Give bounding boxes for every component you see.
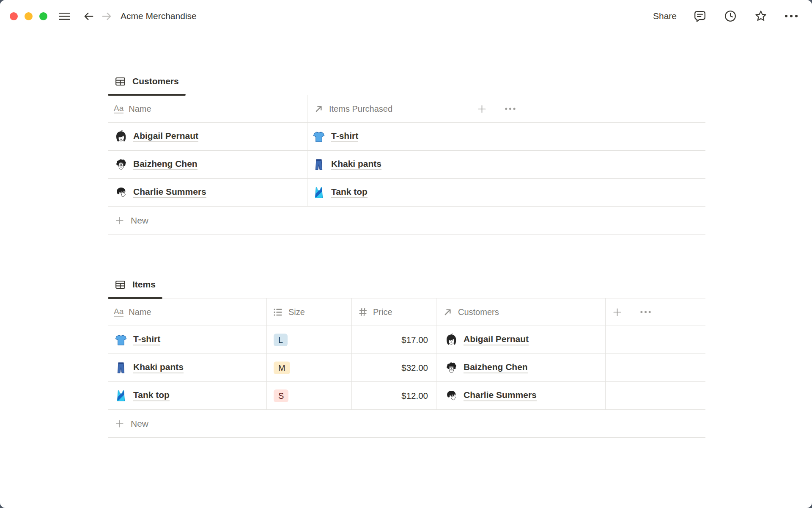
avatar-charlie [115, 186, 127, 199]
size-tag[interactable]: S [274, 389, 288, 402]
plus-icon [612, 307, 623, 318]
clock-icon [723, 9, 738, 23]
items-purchased-cell[interactable]: Tank top [307, 179, 470, 206]
new-row-button[interactable]: New [108, 207, 705, 235]
avatar-baizheng [445, 362, 458, 374]
table-view-icon [115, 279, 126, 290]
table-row: Baizheng Chen Khaki pants [108, 151, 705, 179]
items-database: Items Aa Name Size Price Customers [108, 271, 705, 438]
new-row-button[interactable]: New [108, 410, 705, 438]
dots-icon [639, 309, 652, 315]
item-name-cell[interactable]: T-shirt [108, 326, 267, 353]
customer-name-cell[interactable]: Baizheng Chen [108, 151, 307, 178]
plus-icon [115, 215, 125, 226]
comment-bubble-icon [693, 9, 707, 23]
more-options-button[interactable] [784, 14, 798, 19]
empty-cell [606, 382, 705, 409]
column-header-name[interactable]: Aa Name [108, 95, 307, 122]
customers-header-row: Aa Name Items Purchased [108, 95, 705, 123]
avatar-charlie [445, 389, 458, 402]
forward-button[interactable] [101, 10, 113, 22]
customers-relation-cell[interactable]: Charlie Summers [436, 382, 606, 409]
size-tag[interactable]: L [274, 334, 288, 346]
column-header-customers[interactable]: Customers [436, 298, 606, 326]
price-cell[interactable]: $32.00 [352, 354, 436, 381]
customers-view-tabs: Customers [108, 68, 705, 95]
empty-cell [470, 179, 705, 206]
column-header-price[interactable]: Price [352, 298, 436, 326]
customers-header-tools [470, 95, 705, 122]
back-button[interactable] [82, 10, 95, 22]
table-row: T-shirt L $17.00 Abigail Pernaut [108, 326, 705, 354]
tab-customers-view[interactable]: Customers [108, 68, 186, 95]
item-name-cell[interactable]: Khaki pants [108, 354, 267, 381]
page-link[interactable]: Baizheng Chen [133, 159, 198, 170]
customers-relation-cell[interactable]: Abigail Pernaut [436, 326, 606, 353]
add-property-button[interactable] [477, 104, 487, 114]
item-name-cell[interactable]: Tank top [108, 382, 267, 409]
relation-link[interactable]: Tank top [331, 187, 368, 198]
favorite-button[interactable] [754, 9, 768, 23]
relation-link[interactable]: Baizheng Chen [464, 362, 528, 373]
page-link[interactable]: Tank top [133, 390, 170, 401]
number-hash-icon [358, 307, 368, 317]
page-link[interactable]: Charlie Summers [133, 187, 206, 198]
minimize-window-button[interactable] [25, 12, 33, 20]
breadcrumb-page-title[interactable]: Acme Merchandise [121, 11, 197, 21]
updates-button[interactable] [723, 9, 738, 23]
table-options-button[interactable] [639, 309, 652, 315]
column-header-items-purchased[interactable]: Items Purchased [307, 95, 470, 122]
size-cell[interactable]: M [267, 354, 352, 381]
page-link[interactable]: Khaki pants [133, 362, 184, 373]
tank-top-icon [313, 186, 325, 199]
customer-name-cell[interactable]: Charlie Summers [108, 179, 307, 206]
app-window: Acme Merchandise Share Customers [0, 0, 812, 508]
share-button[interactable]: Share [653, 11, 677, 21]
size-tag[interactable]: M [274, 362, 290, 374]
column-header-name[interactable]: Aa Name [108, 298, 267, 326]
column-header-size[interactable]: Size [267, 298, 352, 326]
tab-label: Customers [132, 76, 179, 86]
avatar-abigail [115, 130, 127, 143]
table-row: Abigail Pernaut T-shirt [108, 123, 705, 151]
close-window-button[interactable] [10, 12, 18, 20]
window-controls [10, 12, 47, 20]
titlebar-actions: Share [653, 9, 798, 23]
tshirt-icon [313, 130, 325, 143]
comments-button[interactable] [693, 9, 707, 23]
relation-link[interactable]: T-shirt [331, 131, 358, 142]
plus-icon [477, 104, 487, 114]
tab-items-view[interactable]: Items [108, 271, 162, 298]
plus-icon [115, 419, 125, 429]
fullscreen-window-button[interactable] [39, 12, 47, 20]
star-icon [754, 9, 768, 23]
title-property-icon: Aa [114, 104, 123, 114]
price-cell[interactable]: $12.00 [352, 382, 436, 409]
items-purchased-cell[interactable]: Khaki pants [307, 151, 470, 178]
table-row: Tank top S $12.00 Charlie Summers [108, 382, 705, 410]
page-link[interactable]: Abigail Pernaut [133, 131, 198, 142]
relation-link[interactable]: Abigail Pernaut [464, 334, 529, 345]
table-row: Khaki pants M $32.00 Baizheng Chen [108, 354, 705, 382]
forward-arrow-icon [101, 10, 113, 22]
add-property-button[interactable] [612, 307, 623, 318]
hamburger-icon [58, 9, 71, 23]
avatar-baizheng [115, 158, 127, 171]
sidebar-toggle-button[interactable] [58, 9, 71, 23]
items-purchased-cell[interactable]: T-shirt [307, 123, 470, 150]
empty-cell [470, 123, 705, 150]
table-view-icon [115, 76, 126, 87]
empty-cell [606, 354, 705, 381]
jeans-icon [115, 362, 127, 374]
table-options-button[interactable] [504, 106, 516, 111]
customers-relation-cell[interactable]: Baizheng Chen [436, 354, 606, 381]
size-cell[interactable]: L [267, 326, 352, 353]
size-cell[interactable]: S [267, 382, 352, 409]
table-row: Charlie Summers Tank top [108, 179, 705, 207]
relation-link[interactable]: Charlie Summers [464, 390, 537, 401]
customers-database: Customers Aa Name Items Purchased [108, 68, 705, 235]
customer-name-cell[interactable]: Abigail Pernaut [108, 123, 307, 150]
price-cell[interactable]: $17.00 [352, 326, 436, 353]
page-link[interactable]: T-shirt [133, 334, 160, 345]
relation-link[interactable]: Khaki pants [331, 159, 381, 170]
